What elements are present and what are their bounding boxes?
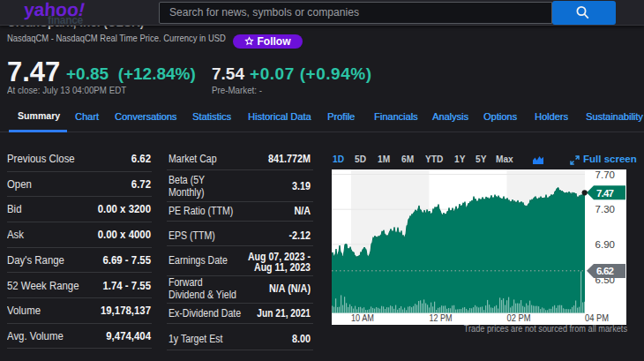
svg-text:6.90: 6.90 (595, 239, 615, 250)
svg-text:10 AM: 10 AM (351, 312, 374, 323)
svg-text:04 PM: 04 PM (585, 312, 609, 323)
svg-text:12 PM: 12 PM (429, 312, 452, 323)
svg-text:7.30: 7.30 (595, 204, 615, 214)
svg-text:7.47: 7.47 (596, 188, 614, 199)
svg-text:02 PM: 02 PM (507, 312, 531, 323)
svg-text:7.70: 7.70 (595, 169, 615, 180)
svg-text:6.62: 6.62 (596, 266, 614, 276)
